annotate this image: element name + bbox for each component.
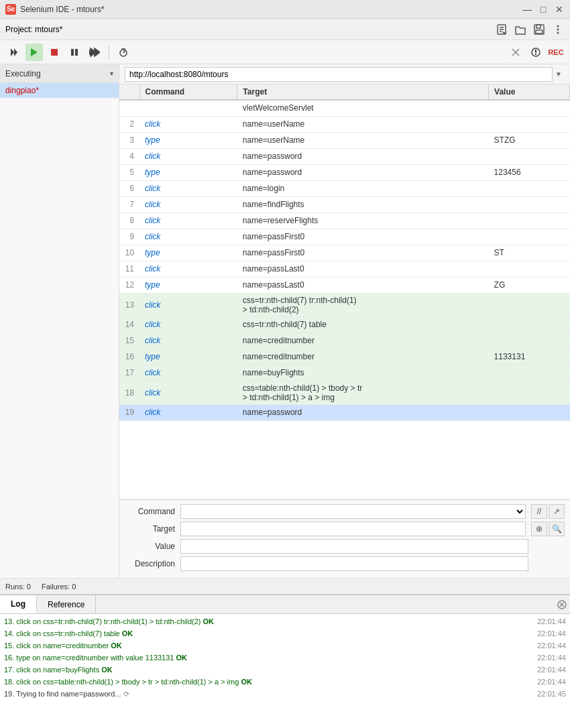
step-over-button[interactable] [5, 44, 23, 61]
tab-log[interactable]: Log [0, 595, 37, 613]
row-value [489, 332, 570, 349]
maximize-button[interactable]: □ [538, 4, 549, 15]
row-number: 9 [119, 229, 139, 245]
row-command: type [139, 164, 237, 180]
table-row[interactable]: 8clickname=reserveFlights [119, 213, 570, 229]
row-command [139, 100, 237, 116]
row-command: click [139, 404, 237, 420]
speed-button[interactable] [115, 44, 132, 61]
url-dropdown-arrow[interactable]: ▼ [553, 70, 565, 78]
row-value [489, 148, 570, 164]
row-number: 5 [119, 164, 139, 180]
table-row[interactable]: 19clickname=password [119, 404, 570, 420]
svg-rect-14 [71, 49, 74, 56]
row-value [489, 316, 570, 332]
table-row[interactable]: 2clickname=userName [119, 116, 570, 132]
run-button[interactable] [25, 44, 43, 61]
disable-button[interactable] [507, 44, 524, 61]
url-bar: ▼ [119, 64, 570, 84]
table-row[interactable]: 16typename=creditnumber1133131 [119, 349, 570, 365]
table-row[interactable]: vletWelcomeServlet [119, 100, 570, 116]
row-command: click [139, 116, 237, 132]
toolbar-right: REC [507, 44, 565, 61]
search-target-button[interactable]: 🔍 [549, 522, 565, 536]
close-button[interactable]: ✕ [554, 4, 565, 15]
row-target: name=login [237, 180, 489, 196]
save-project-button[interactable] [532, 23, 546, 36]
table-row[interactable]: 13clickcss=tr:nth-child(7) tr:nth-child(… [119, 293, 570, 316]
log-time: 22:01:44 [537, 676, 566, 687]
row-number: 12 [119, 277, 139, 293]
minimize-button[interactable]: — [522, 4, 532, 15]
row-number: 13 [119, 293, 139, 316]
table-row[interactable]: 3typename=userNameSTZG [119, 132, 570, 148]
row-command: type [139, 132, 237, 148]
clear-log-button[interactable] [557, 595, 567, 613]
run-tests-button[interactable] [86, 44, 103, 61]
open-project-button[interactable] [514, 23, 527, 36]
row-number: 7 [119, 196, 139, 213]
table-row[interactable]: 10typename=passFirst0ST [119, 245, 570, 261]
table-row[interactable]: 15clickname=creditnumber [119, 332, 570, 349]
row-command: click [139, 316, 237, 332]
open-command-button[interactable]: ↗ [549, 504, 565, 519]
sidebar-dropdown-arrow[interactable]: ▾ [110, 70, 113, 77]
edit-command-button[interactable]: // [531, 504, 547, 519]
svg-marker-17 [95, 48, 100, 56]
sidebar-item-dingpiao[interactable]: dingpiao* [0, 83, 119, 98]
svg-rect-6 [536, 30, 543, 34]
log-text: 15. click on name=creditnumber OK [4, 640, 532, 651]
table-row[interactable]: 9clickname=passFirst0 [119, 229, 570, 245]
target-input[interactable] [180, 522, 526, 536]
description-label: Description [125, 559, 175, 568]
row-target: name=buyFlights [237, 365, 489, 381]
new-test-suite-button[interactable] [495, 23, 508, 36]
table-row[interactable]: 4clickname=password [119, 148, 570, 164]
row-number: 8 [119, 213, 139, 229]
table-row[interactable]: 12typename=passLast0ZG [119, 277, 570, 293]
row-command: click [139, 213, 237, 229]
window-title: Selenium IDE - mtours* [20, 5, 518, 14]
pause-button[interactable] [66, 44, 83, 61]
row-number: 2 [119, 116, 139, 132]
value-input[interactable] [180, 539, 528, 554]
pause-exceptions-button[interactable] [527, 44, 545, 61]
record-button[interactable]: REC [547, 44, 565, 61]
row-value: 123456 [489, 164, 570, 180]
tab-reference[interactable]: Reference [37, 595, 96, 613]
row-value [489, 293, 570, 316]
col-value: Value [489, 84, 570, 100]
clear-log-icon [557, 599, 567, 610]
table-row[interactable]: 11clickname=passLast0 [119, 261, 570, 277]
row-number: 16 [119, 349, 139, 365]
find-target-button[interactable]: ⊕ [531, 522, 547, 536]
log-time: 22:01:44 [537, 664, 566, 675]
command-select[interactable] [180, 504, 526, 519]
row-command: click [139, 293, 237, 316]
row-number: 18 [119, 381, 139, 404]
table-row[interactable]: 17clickname=buyFlights [119, 365, 570, 381]
row-number: 3 [119, 132, 139, 148]
table-row[interactable]: 5typename=password123456 [119, 164, 570, 180]
row-command: click [139, 332, 237, 349]
table-row[interactable]: 14clickcss=tr:nth-child(7) table [119, 316, 570, 332]
more-options-button[interactable] [551, 23, 565, 36]
svg-rect-5 [536, 25, 540, 28]
stop-button[interactable] [46, 44, 63, 61]
log-line: 18. click on css=table:nth-child(1) > tb… [4, 676, 566, 688]
row-target: name=password [237, 404, 489, 420]
row-number: 14 [119, 316, 139, 332]
log-line: 15. click on name=creditnumber OK22:01:4… [4, 640, 566, 652]
row-number [119, 100, 139, 116]
target-label: Target [125, 524, 175, 534]
col-command: Command [139, 84, 237, 100]
row-target: name=password [237, 148, 489, 164]
table-row[interactable]: 6clickname=login [119, 180, 570, 196]
table-row[interactable]: 7clickname=findFlights [119, 196, 570, 213]
description-input[interactable] [180, 556, 528, 571]
base-url-input[interactable] [125, 67, 553, 82]
row-target: name=findFlights [237, 196, 489, 213]
command-label: Command [125, 507, 175, 516]
table-row[interactable]: 18clickcss=table:nth-child(1) > tbody > … [119, 381, 570, 404]
row-number: 17 [119, 365, 139, 381]
